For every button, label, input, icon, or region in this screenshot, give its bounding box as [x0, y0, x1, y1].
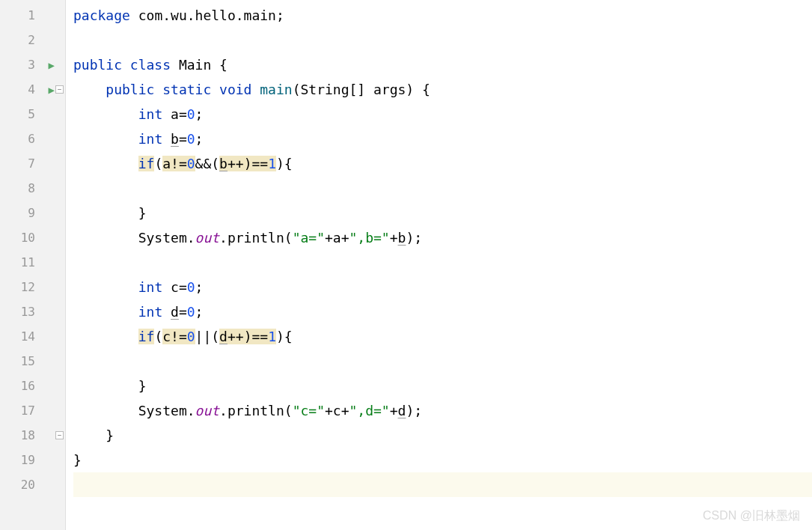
line-number: 10	[21, 231, 35, 245]
code-token: "a="	[293, 230, 325, 246]
code-token: int	[138, 106, 171, 122]
line-number: 4	[28, 82, 35, 97]
gutter-row[interactable]: 18−	[0, 423, 65, 448]
code-line[interactable]: }	[73, 423, 812, 448]
gutter-row[interactable]: 9	[0, 201, 65, 225]
code-line[interactable]: public static void main(String[] args) {	[73, 77, 812, 102]
code-line[interactable]: }	[73, 201, 812, 225]
editor-gutter: 123▶4▶−56789101112131415161718−1920	[0, 0, 66, 530]
code-line[interactable]: System.out.println("c="+c+",d="+d);	[73, 398, 812, 423]
code-token: ;	[195, 304, 204, 320]
code-line[interactable]	[73, 176, 812, 201]
code-token: 0	[187, 156, 195, 171]
code-line[interactable]: int d=0;	[73, 299, 812, 324]
gutter-row[interactable]: 3▶	[0, 52, 65, 77]
code-line[interactable]	[73, 472, 812, 497]
code-token: );	[406, 403, 422, 418]
line-number: 12	[21, 280, 35, 294]
code-line[interactable]	[73, 349, 812, 374]
line-number: 3	[28, 58, 35, 72]
code-token: 0	[187, 279, 195, 295]
gutter-row[interactable]: 17	[0, 398, 65, 423]
run-icon[interactable]: ▶	[49, 84, 55, 96]
code-token: 1	[268, 156, 276, 171]
code-token: 0	[187, 329, 195, 344]
gutter-row[interactable]: 19	[0, 448, 65, 472]
code-token: public class	[73, 57, 179, 73]
gutter-row[interactable]: 13	[0, 299, 65, 324]
code-token: out	[195, 230, 220, 246]
gutter-row[interactable]: 12	[0, 275, 65, 299]
line-number: 20	[21, 478, 35, 492]
code-token: ++)==	[228, 156, 268, 171]
code-line[interactable]: int b=0;	[73, 127, 812, 151]
gutter-row[interactable]: 14	[0, 324, 65, 349]
code-token: "c="	[293, 403, 325, 418]
code-token: (	[154, 329, 162, 344]
code-token: }	[73, 427, 114, 443]
code-token: }	[73, 452, 82, 468]
line-number: 9	[28, 206, 35, 220]
code-line[interactable]: public class Main {	[73, 52, 812, 77]
code-token: +a+	[325, 230, 349, 246]
line-number: 5	[28, 107, 35, 121]
code-token: 0	[187, 131, 195, 147]
code-token: if	[138, 156, 155, 171]
fold-icon[interactable]: −	[55, 85, 64, 94]
code-line[interactable]: int a=0;	[73, 102, 812, 127]
code-token: (String[] args) {	[293, 82, 430, 97]
code-line[interactable]: System.out.println("a="+a+",b="+b);	[73, 225, 812, 250]
code-editor[interactable]: package com.wu.hello.main;public class M…	[66, 0, 812, 530]
code-token: ++)==	[228, 329, 268, 344]
code-token: System.	[73, 230, 195, 246]
code-token: int	[138, 304, 171, 320]
code-token: if	[138, 329, 155, 344]
gutter-row[interactable]: 11	[0, 250, 65, 275]
code-token: =	[179, 304, 187, 320]
code-line[interactable]: if(c!=0||(d++)==1){	[73, 324, 812, 349]
code-line[interactable]	[73, 28, 812, 52]
code-line[interactable]: }	[73, 448, 812, 472]
gutter-row[interactable]: 10	[0, 225, 65, 250]
code-token: a!=	[162, 156, 187, 171]
code-token: b	[171, 131, 179, 147]
code-line[interactable]: }	[73, 374, 812, 398]
code-token: 0	[187, 106, 195, 122]
gutter-row[interactable]: 2	[0, 28, 65, 52]
gutter-row[interactable]: 8	[0, 176, 65, 201]
code-token	[73, 329, 138, 344]
run-icon[interactable]: ▶	[49, 59, 55, 71]
code-token: package	[73, 7, 138, 23]
code-line[interactable]	[73, 250, 812, 275]
line-number: 7	[28, 156, 35, 171]
line-number: 16	[21, 379, 35, 393]
code-line[interactable]: package com.wu.hello.main;	[73, 3, 812, 28]
gutter-row[interactable]: 4▶−	[0, 77, 65, 102]
line-number: 19	[21, 453, 35, 467]
code-token: +	[390, 230, 398, 246]
code-token: ){	[276, 156, 293, 171]
line-number: 2	[28, 33, 35, 47]
gutter-row[interactable]: 15	[0, 349, 65, 374]
code-token: (	[154, 156, 162, 171]
gutter-row[interactable]: 20	[0, 472, 65, 497]
code-token: .println(	[219, 403, 293, 418]
line-number: 1	[28, 8, 35, 22]
fold-icon[interactable]: −	[55, 431, 64, 439]
code-token: c=	[171, 279, 187, 295]
gutter-row[interactable]: 7	[0, 151, 65, 176]
code-token: {	[219, 57, 228, 73]
code-token: =	[179, 131, 187, 147]
gutter-row[interactable]: 6	[0, 127, 65, 151]
code-token: .println(	[219, 230, 293, 246]
gutter-row[interactable]: 16	[0, 374, 65, 398]
code-token: ;	[195, 131, 204, 147]
code-token: com.wu.hello.main;	[138, 7, 284, 23]
code-line[interactable]: int c=0;	[73, 275, 812, 299]
gutter-row[interactable]: 5	[0, 102, 65, 127]
gutter-row[interactable]: 1	[0, 3, 65, 28]
code-token: +	[390, 403, 398, 418]
code-token: ||(	[195, 329, 220, 344]
code-line[interactable]: if(a!=0&&(b++)==1){	[73, 151, 812, 176]
code-token: ){	[276, 329, 293, 344]
